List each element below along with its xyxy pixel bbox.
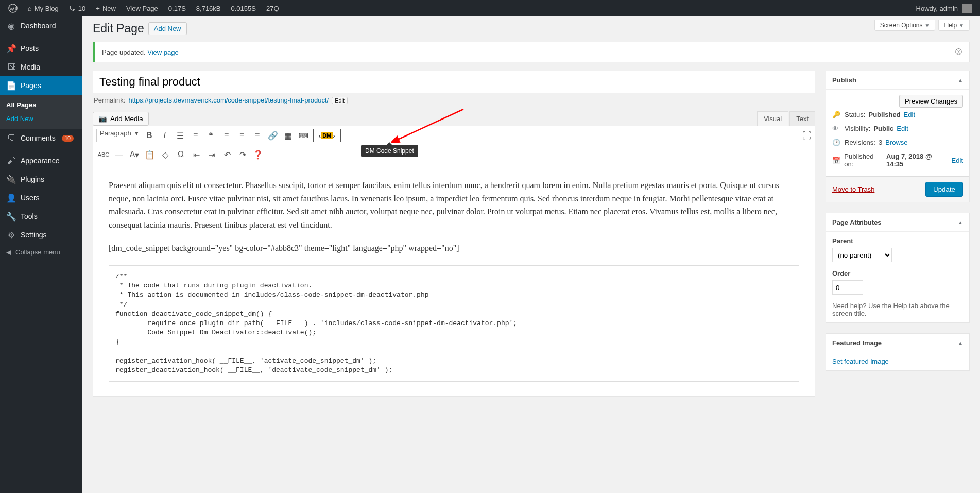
outdent-button[interactable]: ⇤ — [189, 147, 203, 162]
site-link[interactable]: ⌂My Blog — [24, 0, 63, 16]
publish-panel: Publish▲ Preview Changes 🔑Status: Publis… — [826, 71, 970, 202]
new-link[interactable]: +New — [92, 0, 120, 16]
preview-button[interactable]: Preview Changes — [899, 95, 963, 108]
featured-panel-header[interactable]: Featured Image▲ — [826, 334, 969, 352]
sidebar-comments[interactable]: 🗨Comments10 — [0, 129, 82, 147]
howdy-link[interactable]: Howdy, admin — [912, 0, 976, 16]
paste-button[interactable]: 📋 — [143, 147, 157, 162]
published-edit[interactable]: Edit — [952, 157, 963, 164]
plug-icon: 🔌 — [6, 174, 16, 184]
redo-button[interactable]: ↷ — [235, 147, 250, 162]
readmore-button[interactable]: ▦ — [281, 128, 296, 143]
align-left-button[interactable]: ≡ — [219, 128, 234, 143]
add-new-button[interactable]: Add New — [148, 22, 187, 35]
published-value: Aug 7, 2018 @ 14:35 — [886, 152, 949, 168]
sidebar-posts[interactable]: 📌Posts — [0, 39, 82, 58]
view-page-link[interactable]: View Page — [122, 0, 162, 16]
stat-mem: 8,716kB — [192, 0, 225, 16]
sidebar-media[interactable]: 🖼Media — [0, 58, 82, 76]
page-title: Edit Page — [93, 22, 144, 36]
avatar — [962, 4, 972, 13]
tab-visual[interactable]: Visual — [757, 111, 788, 126]
visibility-edit[interactable]: Edit — [897, 125, 908, 132]
dismiss-notice[interactable]: ⓧ — [955, 47, 962, 57]
special-char-button[interactable]: Ω — [174, 147, 188, 162]
collapse-icon: ◀ — [6, 248, 11, 256]
screen-options-button[interactable]: Screen Options ▼ — [874, 20, 936, 31]
plus-icon: + — [96, 5, 100, 12]
italic-button[interactable]: I — [158, 128, 172, 143]
sidebar-dashboard[interactable]: ◉Dashboard — [0, 16, 82, 35]
chevron-down-icon: ▼ — [959, 23, 964, 28]
order-input[interactable] — [832, 280, 863, 295]
set-featured-link[interactable]: Set featured image — [832, 358, 889, 365]
editor-content[interactable]: Praesent aliquam quis elit ut consectetu… — [93, 164, 815, 396]
toolbar-toggle-button[interactable]: ⌨ — [297, 129, 311, 142]
parent-select[interactable]: (no parent) — [832, 248, 892, 262]
publish-panel-header[interactable]: Publish▲ — [826, 71, 969, 90]
permalink-edit-button[interactable]: Edit — [332, 97, 348, 104]
post-title-input[interactable] — [93, 71, 815, 93]
numbered-list-button[interactable]: ≡ — [188, 128, 203, 143]
textcolor-button[interactable]: A▾ — [127, 147, 142, 162]
sidebar-plugins[interactable]: 🔌Plugins — [0, 170, 82, 189]
hr-button[interactable]: — — [112, 147, 126, 162]
view-page-link[interactable]: View page — [147, 48, 178, 56]
indent-button[interactable]: ⇥ — [204, 147, 219, 162]
dashboard-icon: ◉ — [6, 21, 16, 31]
chevron-up-icon: ▲ — [958, 219, 963, 225]
link-button[interactable]: 🔗 — [266, 128, 280, 143]
help-editor-button[interactable]: ❓ — [251, 147, 265, 162]
settings-icon: ⚙ — [6, 230, 16, 240]
help-button[interactable]: Help ▼ — [938, 20, 970, 31]
tab-text[interactable]: Text — [789, 111, 815, 126]
sidebar-settings[interactable]: ⚙Settings — [0, 226, 82, 244]
dm-code-snippet-button[interactable]: ‹DM› — [313, 129, 341, 142]
sidebar-pages[interactable]: 📄Pages — [0, 76, 82, 95]
undo-button[interactable]: ↶ — [220, 147, 234, 162]
align-right-button[interactable]: ≡ — [250, 128, 265, 143]
visibility-value: Public — [873, 125, 893, 132]
strikethrough-button[interactable]: ABC — [96, 147, 111, 162]
clear-format-button[interactable]: ◇ — [158, 147, 173, 162]
revisions-icon: 🕑 — [832, 139, 841, 146]
add-media-button[interactable]: 📷Add Media — [93, 112, 149, 126]
update-button[interactable]: Update — [925, 182, 963, 197]
sidebar-all-pages[interactable]: All Pages — [0, 98, 82, 112]
status-edit[interactable]: Edit — [904, 111, 915, 118]
wp-logo[interactable] — [4, 0, 22, 16]
page-attributes-panel: Page Attributes▲ Parent (no parent) Orde… — [826, 213, 970, 323]
comments-link[interactable]: 🗨10 — [65, 0, 90, 16]
featured-image-panel: Featured Image▲ Set featured image — [826, 333, 970, 371]
notice-text: Page updated. — [102, 48, 146, 56]
permalink-url[interactable]: https://projects.devmaverick.com/code-sn… — [128, 96, 329, 104]
collapse-menu[interactable]: ◀Collapse menu — [0, 244, 82, 260]
page-icon: 📄 — [6, 80, 16, 91]
sidebar-appearance[interactable]: 🖌Appearance — [0, 151, 82, 170]
format-select[interactable]: Paragraph ▾ — [96, 129, 141, 142]
chevron-down-icon: ▼ — [925, 23, 930, 28]
editor-container: Paragraph ▾ B I ☰ ≡ ❝ ≡ ≡ ≡ 🔗 ▦ ⌨ ‹DM› ⛶ — [93, 126, 815, 397]
admin-top-bar: ⌂My Blog 🗨10 +New View Page 0.17S 8,716k… — [0, 0, 980, 16]
key-icon: 🔑 — [832, 111, 841, 118]
published-label: Published on: — [844, 152, 883, 168]
visibility-label: Visibility: — [845, 125, 870, 132]
sidebar-tools[interactable]: 🔧Tools — [0, 207, 82, 226]
bullet-list-button[interactable]: ☰ — [173, 128, 187, 143]
blockquote-button[interactable]: ❝ — [204, 128, 218, 143]
calendar-icon: 📅 — [832, 157, 841, 164]
fullscreen-button[interactable]: ⛶ — [802, 130, 812, 141]
move-trash-link[interactable]: Move to Trash — [832, 185, 874, 193]
camera-icon: 📷 — [98, 115, 107, 123]
align-center-button[interactable]: ≡ — [235, 128, 249, 143]
sidebar-add-new[interactable]: Add New — [0, 112, 82, 126]
attributes-panel-header[interactable]: Page Attributes▲ — [826, 213, 969, 232]
content-shortcode: [dm_code_snippet background="yes" bg-col… — [109, 242, 799, 255]
media-icon: 🖼 — [6, 62, 16, 72]
bold-button[interactable]: B — [142, 128, 157, 143]
sidebar-users[interactable]: 👤Users — [0, 189, 82, 207]
comment-icon: 🗨 — [6, 133, 16, 143]
chevron-up-icon: ▲ — [958, 77, 963, 83]
revisions-browse[interactable]: Browse — [885, 139, 907, 146]
update-notice: Page updated. View page ⓧ — [93, 42, 970, 62]
